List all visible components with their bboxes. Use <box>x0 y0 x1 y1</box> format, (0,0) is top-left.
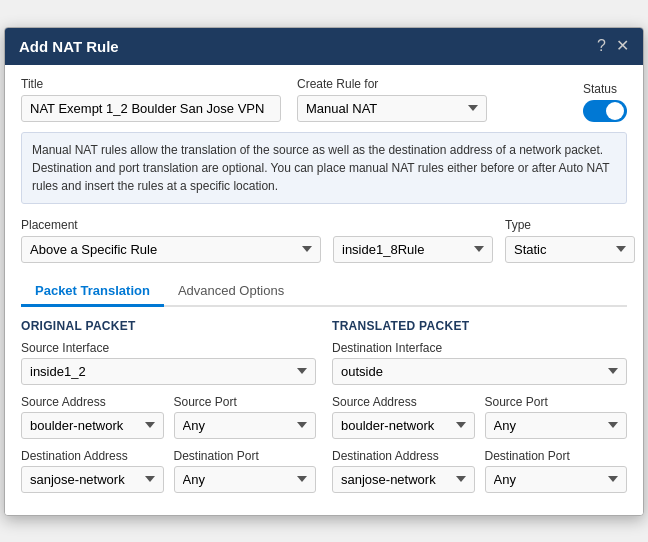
orig-dst-row: Destination Address sanjose-network boul… <box>21 449 316 503</box>
packet-section: ORIGINAL PACKET Source Interface inside1… <box>21 319 627 503</box>
top-row: Title Create Rule for Manual NAT Auto NA… <box>21 77 627 122</box>
type-select[interactable]: Static Dynamic <box>505 236 635 263</box>
add-nat-rule-dialog: Add NAT Rule ? ✕ Title Create Rule for M… <box>4 27 644 516</box>
status-toggle[interactable] <box>583 100 627 122</box>
tab-packet-translation[interactable]: Packet Translation <box>21 277 164 307</box>
translated-packet-heading: TRANSLATED PACKET <box>332 319 627 333</box>
trans-source-address-select[interactable]: boulder-network sanjose-network any <box>332 412 475 439</box>
dialog-title: Add NAT Rule <box>19 38 119 55</box>
original-packet-col: ORIGINAL PACKET Source Interface inside1… <box>21 319 316 503</box>
toggle-slider <box>583 100 627 122</box>
orig-src-row: Source Address boulder-network sanjose-n… <box>21 395 316 449</box>
trans-dest-address-select[interactable]: sanjose-network boulder-network any <box>332 466 475 493</box>
orig-source-interface-field: Source Interface inside1_2 inside1_3 out… <box>21 341 316 385</box>
rule-select[interactable]: inside1_8Rule inside1_9Rule <box>333 236 493 263</box>
title-group: Title <box>21 77 281 122</box>
create-rule-group: Create Rule for Manual NAT Auto NAT <box>297 77 487 122</box>
orig-source-interface-label: Source Interface <box>21 341 316 355</box>
trans-dest-address-field: Destination Address sanjose-network boul… <box>332 449 475 493</box>
header-icons: ? ✕ <box>597 38 629 54</box>
dialog-body: Title Create Rule for Manual NAT Auto NA… <box>5 65 643 515</box>
orig-source-port-label: Source Port <box>174 395 317 409</box>
title-label: Title <box>21 77 281 91</box>
rule-group: inside1_8Rule inside1_9Rule <box>333 220 493 263</box>
type-label: Type <box>505 218 635 232</box>
info-box: Manual NAT rules allow the translation o… <box>21 132 627 204</box>
trans-dest-port-select[interactable]: Any <box>485 466 628 493</box>
status-group: Status <box>583 82 627 122</box>
dialog-header: Add NAT Rule ? ✕ <box>5 28 643 65</box>
help-icon[interactable]: ? <box>597 38 606 54</box>
status-label: Status <box>583 82 627 96</box>
trans-dest-port-field: Destination Port Any <box>485 449 628 493</box>
trans-source-address-field: Source Address boulder-network sanjose-n… <box>332 395 475 439</box>
trans-source-port-select[interactable]: Any <box>485 412 628 439</box>
trans-dest-port-label: Destination Port <box>485 449 628 463</box>
tabs: Packet Translation Advanced Options <box>21 277 627 307</box>
orig-dest-address-select[interactable]: sanjose-network boulder-network any <box>21 466 164 493</box>
orig-source-address-field: Source Address boulder-network sanjose-n… <box>21 395 164 439</box>
trans-dest-interface-label: Destination Interface <box>332 341 627 355</box>
translated-packet-col: TRANSLATED PACKET Destination Interface … <box>332 319 627 503</box>
orig-dest-address-field: Destination Address sanjose-network boul… <box>21 449 164 493</box>
orig-source-port-select[interactable]: Any <box>174 412 317 439</box>
trans-dest-interface-field: Destination Interface outside inside1_2 <box>332 341 627 385</box>
title-input[interactable] <box>21 95 281 122</box>
trans-src-row: Source Address boulder-network sanjose-n… <box>332 395 627 449</box>
trans-dest-address-label: Destination Address <box>332 449 475 463</box>
trans-source-port-label: Source Port <box>485 395 628 409</box>
create-rule-select[interactable]: Manual NAT Auto NAT <box>297 95 487 122</box>
trans-dest-interface-select[interactable]: outside inside1_2 <box>332 358 627 385</box>
trans-dst-row: Destination Address sanjose-network boul… <box>332 449 627 503</box>
placement-label: Placement <box>21 218 321 232</box>
orig-dest-port-label: Destination Port <box>174 449 317 463</box>
type-group: Type Static Dynamic <box>505 218 635 263</box>
orig-source-address-label: Source Address <box>21 395 164 409</box>
orig-source-address-select[interactable]: boulder-network sanjose-network any <box>21 412 164 439</box>
orig-source-port-field: Source Port Any <box>174 395 317 439</box>
trans-source-port-field: Source Port Any <box>485 395 628 439</box>
orig-source-interface-select[interactable]: inside1_2 inside1_3 outside <box>21 358 316 385</box>
placement-row: Placement Above a Specific Rule Below a … <box>21 218 627 263</box>
orig-dest-port-field: Destination Port Any <box>174 449 317 493</box>
create-rule-label: Create Rule for <box>297 77 487 91</box>
close-icon[interactable]: ✕ <box>616 38 629 54</box>
placement-group: Placement Above a Specific Rule Below a … <box>21 218 321 263</box>
orig-dest-address-label: Destination Address <box>21 449 164 463</box>
orig-dest-port-select[interactable]: Any <box>174 466 317 493</box>
tab-advanced-options[interactable]: Advanced Options <box>164 277 298 307</box>
original-packet-heading: ORIGINAL PACKET <box>21 319 316 333</box>
trans-source-address-label: Source Address <box>332 395 475 409</box>
placement-select[interactable]: Above a Specific Rule Below a Specific R… <box>21 236 321 263</box>
